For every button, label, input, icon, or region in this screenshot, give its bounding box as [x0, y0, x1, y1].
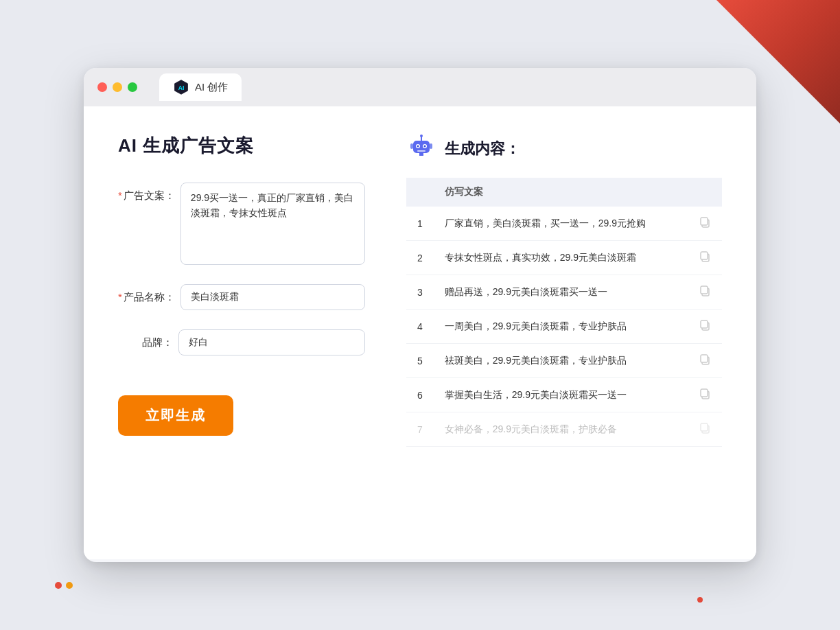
left-panel: AI 生成广告文案 *广告文案： 29.9买一送一，真正的厂家直销，美白淡斑霜，… [118, 134, 365, 532]
table-header-action [684, 178, 722, 207]
row-copy-text: 祛斑美白，29.9元美白淡斑霜，专业护肤品 [434, 344, 684, 378]
svg-rect-10 [419, 153, 423, 156]
row-copy-text: 一周美白，29.9元美白淡斑霜，专业护肤品 [434, 310, 684, 344]
copy-button[interactable] [684, 241, 722, 275]
svg-point-7 [417, 145, 419, 148]
row-number: 6 [406, 378, 434, 412]
robot-icon [406, 134, 436, 164]
table-row: 7女神必备，29.9元美白淡斑霜，护肤必备 [406, 412, 722, 447]
svg-rect-20 [701, 320, 708, 328]
ai-tab-icon: AI [173, 79, 189, 95]
row-number: 5 [406, 344, 434, 378]
svg-rect-14 [701, 218, 708, 225]
row-copy-text: 厂家直销，美白淡斑霜，买一送一，29.9元抢购 [434, 207, 684, 241]
traffic-light-green[interactable] [128, 82, 137, 92]
table-row: 1厂家直销，美白淡斑霜，买一送一，29.9元抢购 [406, 207, 722, 241]
result-title: 生成内容： [445, 139, 520, 159]
table-header-num [406, 178, 434, 207]
brand-group: 品牌： [118, 329, 365, 355]
traffic-light-red[interactable] [97, 82, 107, 92]
row-copy-text: 掌握美白生活，29.9元美白淡斑霜买一送一 [434, 378, 684, 412]
results-table: 仿写文案 1厂家直销，美白淡斑霜，买一送一，29.9元抢购 2专抹女性斑点，真实… [406, 178, 722, 447]
row-copy-text: 专抹女性斑点，真实功效，29.9元美白淡斑霜 [434, 241, 684, 275]
table-row: 2专抹女性斑点，真实功效，29.9元美白淡斑霜 [406, 241, 722, 275]
product-name-required-star: * [118, 291, 122, 303]
right-panel: 生成内容： 仿写文案 1厂家直销，美白淡斑霜，买一送一，29.9元抢购 2专抹女… [406, 134, 722, 532]
tab-area: AI AI 创作 [159, 73, 242, 101]
svg-rect-11 [410, 143, 413, 149]
row-copy-text: 女神必备，29.9元美白淡斑霜，护肤必备 [434, 412, 684, 447]
ad-copy-required-star: * [118, 189, 122, 201]
browser-window: AI AI 创作 AI 生成广告文案 *广告文案： 29.9买一送一，真正的厂家… [84, 68, 756, 562]
product-name-input[interactable] [180, 284, 365, 310]
ad-copy-input[interactable]: 29.9买一送一，真正的厂家直销，美白淡斑霜，专抹女性斑点 [180, 183, 365, 265]
generate-button[interactable]: 立即生成 [118, 395, 233, 436]
tab-ai-creation[interactable]: AI AI 创作 [159, 73, 242, 101]
tab-label: AI 创作 [195, 81, 228, 94]
table-row: 4一周美白，29.9元美白淡斑霜，专业护肤品 [406, 310, 722, 344]
svg-text:AI: AI [178, 84, 185, 91]
svg-rect-24 [701, 389, 708, 397]
copy-button[interactable] [684, 378, 722, 412]
svg-rect-18 [701, 286, 708, 294]
copy-button[interactable] [684, 275, 722, 310]
row-number: 1 [406, 207, 434, 241]
svg-point-8 [424, 145, 426, 148]
row-number: 2 [406, 241, 434, 275]
table-row: 3赠品再送，29.9元美白淡斑霜买一送一 [406, 275, 722, 310]
ad-copy-group: *广告文案： 29.9买一送一，真正的厂家直销，美白淡斑霜，专抹女性斑点 [118, 183, 365, 265]
main-content: AI 生成广告文案 *广告文案： 29.9买一送一，真正的厂家直销，美白淡斑霜，… [84, 106, 756, 559]
svg-rect-22 [701, 355, 708, 362]
svg-rect-26 [701, 423, 708, 431]
row-number: 3 [406, 275, 434, 310]
row-number: 7 [406, 412, 434, 447]
traffic-lights [97, 82, 137, 92]
brand-label: 品牌： [118, 329, 173, 349]
title-bar: AI AI 创作 [84, 68, 756, 106]
product-name-label: *产品名称： [118, 284, 175, 304]
result-header: 生成内容： [406, 134, 722, 164]
row-number: 4 [406, 310, 434, 344]
table-header-copy: 仿写文案 [434, 178, 684, 207]
copy-button[interactable] [684, 207, 722, 241]
copy-button[interactable] [684, 412, 722, 447]
page-title: AI 生成广告文案 [118, 134, 365, 158]
table-header-row: 仿写文案 [406, 178, 722, 207]
product-name-group: *产品名称： [118, 284, 365, 310]
svg-rect-9 [417, 150, 425, 152]
svg-rect-12 [430, 143, 432, 149]
brand-input[interactable] [178, 329, 365, 355]
svg-point-3 [420, 135, 423, 137]
svg-rect-16 [701, 252, 708, 259]
row-copy-text: 赠品再送，29.9元美白淡斑霜买一送一 [434, 275, 684, 310]
table-row: 6掌握美白生活，29.9元美白淡斑霜买一送一 [406, 378, 722, 412]
copy-button[interactable] [684, 344, 722, 378]
traffic-light-yellow[interactable] [113, 82, 122, 92]
bg-decoration-bottom-left [55, 582, 73, 589]
ad-copy-label: *广告文案： [118, 183, 175, 202]
bg-decoration-dot [697, 597, 703, 603]
copy-button[interactable] [684, 310, 722, 344]
table-row: 5祛斑美白，29.9元美白淡斑霜，专业护肤品 [406, 344, 722, 378]
